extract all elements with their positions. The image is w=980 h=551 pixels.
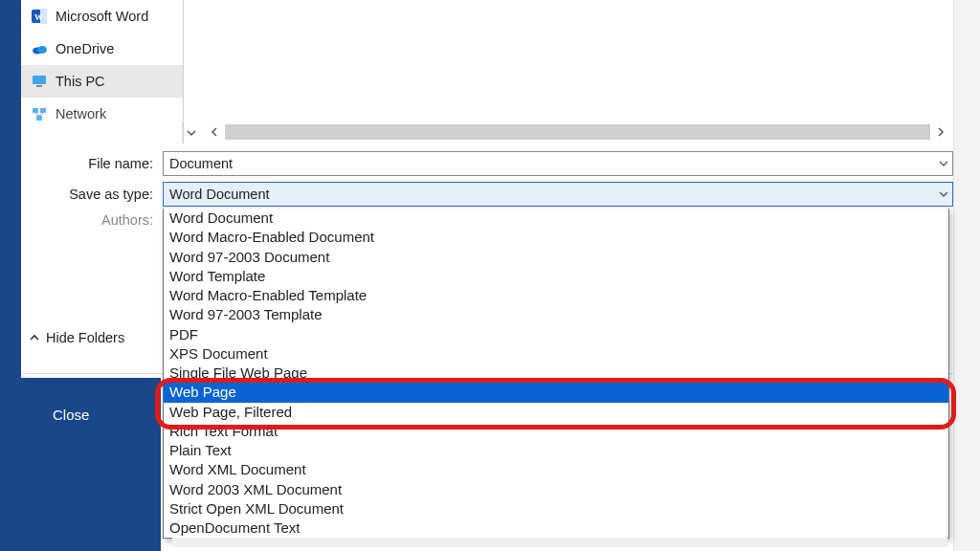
dropdown-option[interactable]: Word XML Document (164, 460, 948, 479)
right-background-strip (953, 0, 980, 551)
network-icon (31, 105, 48, 122)
authors-label: Authors: (21, 212, 163, 228)
dropdown-option[interactable]: Word Document (164, 209, 948, 228)
save-as-type-label: Save as type: (21, 187, 163, 202)
places-sidebar: W Microsoft Word OneDrive This PC Networ… (21, 0, 184, 143)
sidebar-item-label: Microsoft Word (56, 9, 148, 24)
sidebar-item-thispc[interactable]: This PC (21, 65, 183, 98)
sidebar-item-label: OneDrive (56, 41, 114, 56)
svg-line-10 (35, 113, 39, 116)
dropdown-option[interactable]: Web Page, Filtered (164, 403, 948, 422)
sidebar-item-label: This PC (56, 74, 105, 89)
sidebar-item-onedrive[interactable]: OneDrive (21, 33, 183, 65)
sidebar-item-msword[interactable]: W Microsoft Word (21, 0, 183, 33)
dropdown-option[interactable]: Word 2003 XML Document (164, 480, 948, 499)
svg-point-4 (37, 46, 47, 54)
svg-rect-8 (40, 108, 46, 113)
chevron-down-icon[interactable] (939, 189, 948, 199)
save-as-type-value: Word Document (169, 187, 270, 202)
chevron-down-icon[interactable] (939, 159, 948, 168)
file-preview-area (199, 0, 953, 122)
dropdown-option[interactable]: Rich Text Format (164, 422, 948, 441)
dropdown-option[interactable]: Strict Open XML Document (164, 499, 948, 518)
dropdown-option[interactable]: Word 97-2003 Template (164, 305, 948, 324)
dropdown-option[interactable]: Word Macro-Enabled Document (164, 228, 948, 247)
horizontal-scrollbar[interactable] (206, 122, 949, 142)
file-name-input[interactable]: Document (163, 151, 953, 176)
svg-rect-6 (36, 85, 42, 87)
dropdown-option[interactable]: Plain Text (164, 441, 948, 460)
dropdown-option[interactable]: Single File Web Page (164, 364, 948, 383)
thispc-icon (31, 73, 48, 90)
backstage-panel (0, 378, 161, 551)
dropdown-option[interactable]: XPS Document (164, 344, 948, 364)
dropdown-option[interactable]: PDF (164, 325, 948, 344)
sidebar-item-network[interactable]: Network (21, 98, 183, 130)
save-as-type-dropdown[interactable]: Word DocumentWord Macro-Enabled Document… (163, 209, 949, 539)
save-as-type-combo[interactable]: Word Document (163, 182, 953, 207)
svg-rect-9 (36, 116, 42, 121)
dropdown-option[interactable]: Word 97-2003 Document (164, 248, 948, 267)
scroll-right-icon[interactable] (932, 123, 949, 141)
dropdown-option[interactable]: OpenDocument Text (164, 518, 948, 538)
svg-line-11 (39, 113, 43, 116)
scrollbar-track[interactable] (225, 124, 930, 140)
svg-rect-5 (33, 76, 46, 84)
bottom-scrollbar-hint (172, 538, 947, 547)
sidebar-item-label: Network (56, 106, 106, 121)
file-name-value: Document (169, 156, 233, 171)
word-icon: W (31, 8, 48, 25)
dropdown-option[interactable]: Word Macro-Enabled Template (164, 286, 948, 305)
file-name-label: File name: (21, 156, 163, 171)
hide-folders-label: Hide Folders (46, 330, 124, 345)
onedrive-icon (31, 40, 48, 57)
svg-rect-7 (33, 108, 38, 113)
sidebar-scroll-down[interactable] (182, 122, 199, 143)
dropdown-option[interactable]: Web Page (164, 383, 948, 402)
svg-text:W: W (34, 12, 43, 22)
chevron-up-icon (29, 332, 40, 343)
close-button[interactable]: Close (53, 407, 89, 423)
scroll-left-icon[interactable] (206, 123, 223, 141)
hide-folders-toggle[interactable]: Hide Folders (29, 330, 124, 345)
dropdown-option[interactable]: Word Template (164, 267, 948, 286)
